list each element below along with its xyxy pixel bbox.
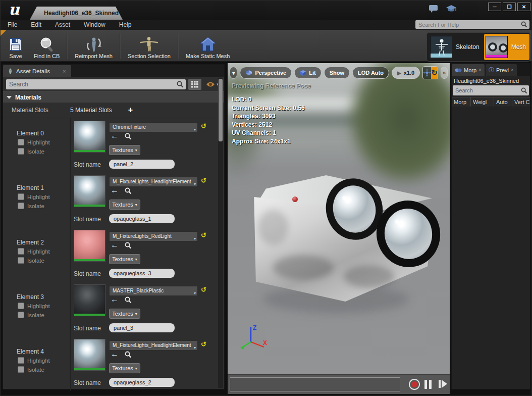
browse-to-asset-icon[interactable] <box>125 133 132 140</box>
use-selected-asset-icon[interactable]: ← <box>111 186 119 195</box>
perspective-button[interactable]: Perspective <box>240 67 292 79</box>
textures-dropdown-button[interactable]: Textures ▾ <box>109 145 140 155</box>
reimport-mesh-button[interactable]: Reimport Mesh <box>70 31 118 61</box>
skeleton-mode-button[interactable]: Skeleton <box>429 34 483 60</box>
toolbar-expand-button[interactable]: » <box>441 67 448 79</box>
isolate-checkbox[interactable] <box>18 203 24 209</box>
isolate-checkbox[interactable] <box>18 366 24 373</box>
material-thumbnail[interactable] <box>74 339 105 371</box>
browse-to-asset-icon[interactable] <box>125 242 132 249</box>
asset-details-scrollbar[interactable] <box>218 78 223 388</box>
material-thumbnail[interactable] <box>74 284 105 316</box>
preview-viewport[interactable]: ▾ Perspective Lit Show LOD Auto ▶ x1.0 ↻ <box>228 63 450 374</box>
save-button[interactable]: Save <box>3 31 29 61</box>
mesh-mode-button[interactable]: Mesh <box>484 34 529 60</box>
pause-button[interactable] <box>424 380 432 389</box>
highlight-checkbox[interactable] <box>18 193 24 200</box>
morph-search-input[interactable] <box>453 87 521 93</box>
menu-help[interactable]: Help <box>119 21 132 28</box>
add-material-slot-button[interactable]: + <box>128 106 133 115</box>
tab-morph-target-previewer[interactable]: Morp × <box>452 64 485 76</box>
isolate-checkbox[interactable] <box>18 148 24 155</box>
material-select-dropdown[interactable]: M_FixtureLights_HeadlightElement ▾ <box>109 340 198 351</box>
make-static-mesh-button[interactable]: Make Static Mesh <box>181 31 235 61</box>
isolate-checkbox[interactable] <box>18 312 24 318</box>
preview-tab-close-icon[interactable]: × <box>511 67 514 73</box>
material-thumbnail[interactable] <box>74 121 105 153</box>
textures-dropdown-button[interactable]: Textures ▾ <box>109 309 140 319</box>
playback-speed-button[interactable]: ▶ x1.0 <box>392 67 420 79</box>
highlight-checkbox[interactable] <box>18 303 24 309</box>
menu-asset[interactable]: Asset <box>55 21 70 28</box>
close-button[interactable]: ✕ <box>517 3 530 11</box>
highlight-checkbox[interactable] <box>18 248 24 255</box>
reset-to-default-icon[interactable]: ↺ <box>201 177 206 184</box>
viewport-options-button[interactable]: ▾ <box>230 67 237 79</box>
highlight-checkbox[interactable] <box>18 357 24 364</box>
record-button[interactable] <box>409 379 420 390</box>
column-vert-count[interactable]: Vert C <box>512 97 530 107</box>
asset-details-tab-close-icon[interactable]: × <box>63 68 66 74</box>
morph-panel-asset-title: Headlight06_e36_Skinned <box>452 76 530 85</box>
section-selection-button[interactable]: Section Selection <box>123 31 176 61</box>
slot-name-input[interactable] <box>109 214 175 223</box>
timeline-scrubber[interactable] <box>230 377 400 391</box>
textures-dropdown-button[interactable]: Textures ▾ <box>109 363 140 373</box>
maximize-button[interactable]: ❐ <box>503 3 516 11</box>
use-selected-asset-icon[interactable]: ← <box>111 350 119 359</box>
column-weight[interactable]: Weigl <box>471 97 494 107</box>
slot-name-input[interactable] <box>109 160 175 169</box>
help-search-input[interactable] <box>415 22 521 28</box>
display-filter-button[interactable] <box>188 79 201 90</box>
unsaved-flag-icon <box>1 30 6 36</box>
slot-name-input[interactable] <box>109 323 175 332</box>
textures-dropdown-button[interactable]: Textures ▾ <box>109 200 140 210</box>
material-thumbnail[interactable] <box>74 175 105 207</box>
lit-mode-button[interactable]: Lit <box>294 67 321 79</box>
material-select-dropdown[interactable]: ChromeFixture ▾ <box>109 122 198 132</box>
use-selected-asset-icon[interactable]: ← <box>111 240 119 250</box>
column-morph-name[interactable]: Morp <box>452 97 471 107</box>
material-element-group: Element 1 Highlight Isolate M_FixtureLig… <box>3 173 224 227</box>
reset-to-default-icon[interactable]: ↺ <box>201 231 206 239</box>
use-selected-asset-icon[interactable]: ← <box>111 131 119 140</box>
reset-to-default-icon[interactable]: ↺ <box>201 122 206 130</box>
menu-window[interactable]: Window <box>84 21 105 28</box>
lod-auto-button[interactable]: LOD Auto <box>352 67 389 79</box>
camera-follow-button[interactable] <box>423 67 431 79</box>
morph-tab-close-icon[interactable]: × <box>478 67 482 73</box>
material-select-dropdown[interactable]: M_FixtureLights_RedLight ▾ <box>109 231 198 241</box>
show-menu-button[interactable]: Show <box>324 67 350 79</box>
document-tab[interactable]: Headlight06_e36_Skinned × <box>30 7 123 20</box>
materials-section-header[interactable]: Materials <box>3 91 224 103</box>
asset-details-tab[interactable]: Asset Details × <box>3 65 71 77</box>
menu-edit[interactable]: Edit <box>31 21 41 28</box>
scrollbar-thumb[interactable] <box>219 79 223 141</box>
browse-to-asset-icon[interactable] <box>125 296 132 304</box>
menu-file[interactable]: File <box>8 21 17 28</box>
column-auto[interactable]: Auto <box>494 97 512 107</box>
slot-name-input[interactable] <box>109 378 175 387</box>
camera-orbit-button[interactable]: ↻ <box>431 67 438 79</box>
material-select-dropdown[interactable]: MASTER_BlackPlastic ▾ <box>109 286 198 296</box>
previewing-text: Previewing Reference Pose <box>232 82 311 89</box>
reset-to-default-icon[interactable]: ↺ <box>201 286 206 293</box>
browse-to-asset-icon[interactable] <box>125 351 132 358</box>
browse-to-asset-icon[interactable] <box>125 187 132 194</box>
material-select-dropdown[interactable]: M_FixtureLights_HeadlightElement ▾ <box>109 177 198 187</box>
asset-search-input[interactable] <box>6 81 177 88</box>
textures-dropdown-button[interactable]: Textures ▾ <box>109 254 140 264</box>
minimize-button[interactable]: ─ <box>488 3 501 11</box>
find-in-cb-button[interactable]: Find in CB <box>29 31 65 61</box>
material-thumbnail[interactable] <box>74 230 105 262</box>
tab-preview-scene-settings[interactable]: ⓘ Previ × <box>486 64 517 76</box>
feedback-bubble-icon[interactable] <box>429 4 439 14</box>
step-forward-button[interactable] <box>439 380 447 388</box>
isolate-checkbox[interactable] <box>18 257 24 264</box>
document-tab-close-icon[interactable]: × <box>123 10 126 17</box>
highlight-checkbox[interactable] <box>18 139 24 145</box>
slot-name-input[interactable] <box>109 269 175 278</box>
tutorial-cap-icon[interactable] <box>446 4 457 14</box>
reset-to-default-icon[interactable]: ↺ <box>201 340 206 348</box>
use-selected-asset-icon[interactable]: ← <box>111 295 119 304</box>
